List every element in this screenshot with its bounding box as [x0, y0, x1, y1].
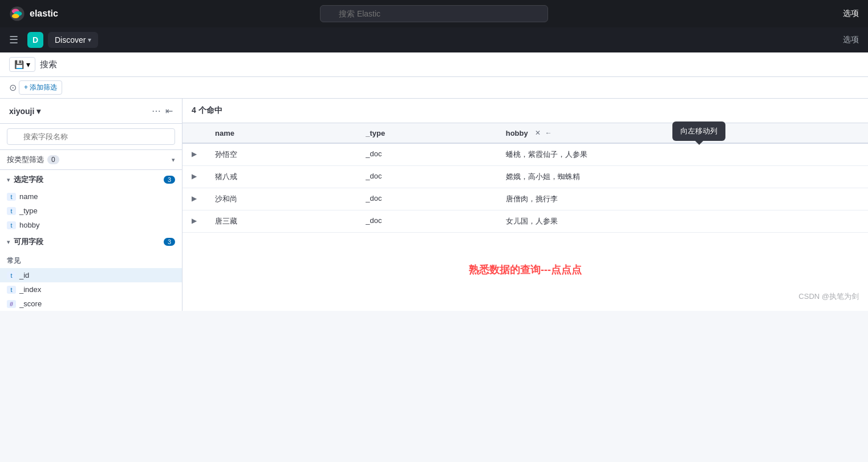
table-header: name _type hobby ✕ — [182, 123, 868, 143]
discover-tab-label: Discover — [55, 35, 86, 44]
selected-fields-label: 选定字段 — [14, 175, 43, 185]
name-cell: 唐三藏 — [206, 210, 356, 233]
type-cell: _doc — [356, 143, 497, 166]
hobby-cell: 嫦娥，高小姐，蜘蛛精 — [497, 166, 868, 188]
available-fields-badge: 3 — [164, 238, 175, 246]
field-name: _type — [19, 206, 38, 215]
col-header-name: name — [206, 123, 356, 143]
index-selector[interactable]: xiyouji ▾ ⋯ ⇤ — [0, 99, 182, 124]
index-name-label: xiyouji — [9, 107, 34, 116]
global-search-input[interactable] — [320, 5, 548, 22]
field-name: hobby — [19, 221, 39, 229]
field-type-badge: # — [7, 300, 16, 308]
index-dots-icon[interactable]: ⋯ — [152, 106, 161, 116]
available-fields-list: t_idt_index#_score — [0, 268, 182, 311]
index-chevron-icon: ▾ — [36, 107, 40, 116]
data-panel: 4 个命中 向左移动列 name — [182, 99, 868, 311]
save-chevron-icon: ▾ — [26, 60, 30, 69]
name-cell: 沙和尚 — [206, 188, 356, 210]
expand-cell: ▶ — [182, 166, 206, 188]
svg-point-3 — [12, 14, 19, 18]
col-header-type: _type — [356, 123, 497, 143]
discover-tab[interactable]: Discover ▾ — [48, 32, 98, 48]
chevron-down-icon: ▾ — [88, 36, 91, 44]
filter-bar: ⊙ + 添加筛选 — [0, 77, 868, 99]
available-field-item[interactable]: t_id — [0, 268, 182, 282]
index-actions: ⋯ ⇤ — [152, 106, 173, 116]
filter-type-chevron-icon: ▾ — [172, 156, 175, 164]
field-type-badge: t — [7, 271, 16, 279]
index-back-icon[interactable]: ⇤ — [165, 106, 173, 116]
field-type-badge: t — [7, 193, 16, 201]
expand-col-header — [182, 123, 206, 143]
field-name: _id — [19, 271, 29, 279]
filter-type-badge: 0 — [47, 155, 59, 164]
content-area: xiyouji ▾ ⋯ ⇤ 🔍 按类型筛选 0 — [0, 99, 868, 311]
global-search-container: 🔍 — [320, 5, 548, 22]
expand-cell: ▶ — [182, 188, 206, 210]
col-name-label: name — [215, 129, 234, 137]
type-cell: _doc — [356, 166, 497, 188]
tooltip-box: 向左移动列 — [672, 121, 725, 141]
top-navbar: elastic 🔍 选项 — [0, 0, 868, 27]
filter-type-row[interactable]: 按类型筛选 0 ▾ — [0, 150, 182, 170]
available-fields-header-left: ▾ 可用字段 — [7, 237, 43, 247]
add-filter-label: + 添加筛选 — [24, 83, 57, 92]
second-navbar: ☰ D Discover ▾ 选项 — [0, 27, 868, 52]
available-field-item[interactable]: #_score — [0, 297, 182, 311]
brand-label: elastic — [30, 9, 58, 19]
app-badge: D — [27, 32, 43, 48]
selected-field-item[interactable]: t_type — [0, 204, 182, 218]
hobby-cell: 蟠桃，紫霞仙子，人参果 — [497, 143, 868, 166]
watermark: CSDN @执笔为剑 — [798, 291, 859, 302]
page-wrapper: 💾 ▾ 搜索 ⊙ + 添加筛选 xiyouji ▾ ⋯ ⇤ — [0, 52, 868, 311]
selected-fields-chevron-icon: ▾ — [7, 176, 10, 184]
table-row: ▶ 孙悟空 _doc 蟠桃，紫霞仙子，人参果 — [182, 143, 868, 166]
hobby-move-left-button[interactable]: ← — [544, 128, 553, 138]
index-name[interactable]: xiyouji ▾ — [9, 107, 40, 116]
type-cell: _doc — [356, 188, 497, 210]
selected-field-item[interactable]: tname — [0, 189, 182, 204]
row-expand-button[interactable]: ▶ — [192, 217, 197, 225]
elastic-logo[interactable]: elastic — [9, 6, 58, 22]
nav-options-right[interactable]: 选项 — [843, 35, 859, 45]
hamburger-icon[interactable]: ☰ — [9, 34, 18, 46]
selected-fields-header-left: ▾ 选定字段 — [7, 175, 43, 185]
row-expand-button[interactable]: ▶ — [192, 172, 197, 180]
table-body: ▶ 孙悟空 _doc 蟠桃，紫霞仙子，人参果 ▶ 猪八戒 _doc 嫦娥，高小姐… — [182, 143, 868, 233]
field-search-container: 🔍 — [0, 124, 182, 150]
available-field-item[interactable]: t_index — [0, 282, 182, 297]
table-row: ▶ 沙和尚 _doc 唐僧肉，挑行李 — [182, 188, 868, 210]
name-cell: 孙悟空 — [206, 143, 356, 166]
save-icon: 💾 — [14, 60, 24, 69]
type-cell: _doc — [356, 210, 497, 233]
nav-options-label[interactable]: 选项 — [843, 9, 859, 19]
field-name: _index — [19, 285, 41, 294]
save-button[interactable]: 💾 ▾ — [9, 57, 35, 72]
results-count: 4 个命中 — [182, 99, 868, 123]
selected-fields-list: tnamet_typethobby — [0, 189, 182, 232]
selected-field-item[interactable]: thobby — [0, 218, 182, 232]
hobby-col-actions: ✕ ← — [534, 128, 553, 138]
available-fields-section-header[interactable]: ▾ 可用字段 3 — [0, 232, 182, 252]
promo-text: 熟悉数据的查询---点点点 — [469, 263, 582, 277]
filter-type-left: 按类型筛选 0 — [7, 155, 59, 165]
data-table: name _type hobby ✕ — [182, 123, 868, 233]
row-expand-button[interactable]: ▶ — [192, 194, 197, 202]
col-hobby-label: hobby — [506, 129, 528, 137]
selected-fields-section-header[interactable]: ▾ 选定字段 3 — [0, 170, 182, 189]
table-row: ▶ 猪八戒 _doc 嫦娥，高小姐，蜘蛛精 — [182, 166, 868, 188]
available-fields-chevron-icon: ▾ — [7, 238, 10, 246]
field-type-badge: t — [7, 221, 16, 229]
header-row: name _type hobby ✕ — [182, 123, 868, 143]
search-label: 搜索 — [40, 59, 57, 70]
field-search-input[interactable] — [7, 128, 175, 145]
col-type-label: _type — [366, 129, 385, 137]
filter-icon: ⊙ — [9, 82, 17, 93]
field-type-badge: t — [7, 207, 16, 215]
table-row: ▶ 唐三藏 _doc 女儿国，人参果 — [182, 210, 868, 233]
add-filter-button[interactable]: + 添加筛选 — [19, 80, 62, 95]
hobby-remove-button[interactable]: ✕ — [534, 128, 542, 138]
elastic-logo-icon — [9, 6, 25, 22]
row-expand-button[interactable]: ▶ — [192, 150, 197, 158]
